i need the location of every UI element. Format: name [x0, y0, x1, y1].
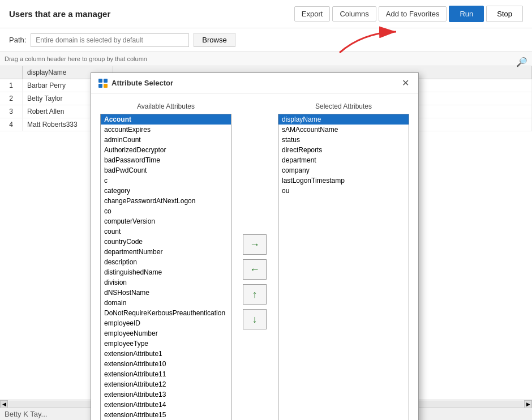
list-item[interactable]: extensionAttribute14 [101, 400, 231, 410]
list-item[interactable]: sAMAccountName [278, 125, 409, 135]
list-item[interactable]: extensionAttribute15 [101, 410, 231, 420]
list-item[interactable]: category [101, 186, 231, 196]
available-attributes-list[interactable]: Account accountExpires adminCount Author… [100, 114, 231, 420]
available-attributes-column: Available Attributes Account accountExpi… [100, 102, 231, 420]
browse-button[interactable]: Browse [194, 33, 235, 47]
list-item[interactable]: countryCode [101, 237, 231, 247]
title-actions: Export Columns Add to Favorites Run Stop [294, 6, 523, 22]
list-item[interactable]: extensionAttribute12 [101, 379, 231, 389]
list-item[interactable]: co [101, 206, 231, 216]
title-bar: Users that are a manager Export Columns … [0, 0, 532, 28]
list-item[interactable]: employeeNumber [101, 328, 231, 338]
export-button[interactable]: Export [294, 6, 331, 22]
list-item[interactable]: division [101, 277, 231, 288]
columns-button[interactable]: Columns [332, 6, 376, 22]
svg-rect-1 [98, 79, 102, 83]
move-left-button[interactable]: ← [243, 259, 267, 280]
list-item[interactable]: count [101, 226, 231, 237]
list-item[interactable]: lastLogonTimestamp [278, 175, 409, 186]
list-item[interactable]: badPasswordTime [101, 155, 231, 165]
list-item[interactable]: distinguishedName [101, 267, 231, 277]
list-item[interactable]: extensionAttribute13 [101, 389, 231, 400]
stop-button[interactable]: Stop [486, 6, 523, 22]
list-item[interactable]: description [101, 257, 231, 267]
list-item[interactable]: accountExpires [101, 125, 231, 135]
available-attributes-label: Available Attributes [100, 102, 231, 110]
selected-attributes-list[interactable]: displayName sAMAccountName status direct… [278, 114, 409, 420]
list-item[interactable]: department [278, 155, 409, 165]
row-num: 4 [0, 118, 23, 131]
path-bar: Path: Browse [0, 28, 532, 52]
modal-body: Available Attributes Account accountExpi… [91, 93, 418, 420]
list-item[interactable]: departmentNumber [101, 247, 231, 257]
list-item[interactable]: DoNotRequireKerbousPreauthentication [101, 308, 231, 318]
attribute-selector-modal: Attribute Selector ✕ Available Attribute… [91, 72, 419, 420]
drag-hint: Drag a column header here to group by th… [0, 52, 532, 66]
path-label: Path: [9, 36, 26, 44]
svg-rect-2 [104, 79, 108, 83]
move-right-button[interactable]: → [243, 234, 267, 255]
search-icon[interactable]: 🔎 [516, 57, 527, 67]
row-num: 3 [0, 105, 23, 118]
col-header-num [0, 66, 23, 79]
scroll-right-button[interactable]: ▶ [524, 400, 532, 408]
svg-rect-4 [104, 84, 108, 88]
row-num: 1 [0, 79, 23, 92]
path-input[interactable] [31, 33, 189, 47]
list-item[interactable]: adminCount [101, 135, 231, 145]
status-text: Betty K Tay... [5, 410, 47, 418]
list-item[interactable]: c [101, 175, 231, 186]
move-up-button[interactable]: ↑ [243, 284, 267, 305]
page-title: Users that are a manager [9, 9, 110, 19]
list-item[interactable]: extensionAttribute1 [101, 349, 231, 359]
move-down-button[interactable]: ↓ [243, 309, 267, 329]
list-item[interactable]: domain [101, 298, 231, 308]
add-to-favorites-button[interactable]: Add to Favorites [379, 6, 447, 22]
modal-title-icon-group: Attribute Selector [98, 78, 173, 88]
list-item[interactable]: computerVersion [101, 216, 231, 226]
attribute-selector-icon [98, 78, 108, 88]
modal-title-bar: Attribute Selector ✕ [91, 73, 418, 93]
list-item[interactable]: company [278, 165, 409, 175]
row-num: 2 [0, 92, 23, 105]
list-item[interactable]: changePasswordAtNextLogon [101, 196, 231, 206]
selected-attributes-label: Selected Attributes [278, 102, 409, 110]
list-item[interactable]: badPwdCount [101, 165, 231, 175]
list-item[interactable]: displayName [278, 114, 409, 125]
list-item[interactable]: ou [278, 186, 409, 196]
run-button[interactable]: Run [449, 6, 484, 22]
selected-attributes-column: Selected Attributes displayName sAMAccou… [278, 102, 409, 420]
svg-rect-3 [98, 84, 102, 88]
list-item[interactable]: Account [101, 114, 231, 125]
list-item[interactable]: AuthorizedDecryptor [101, 145, 231, 155]
transfer-arrows: → ← ↑ ↓ [241, 102, 269, 420]
list-item[interactable]: extensionAttribute10 [101, 359, 231, 369]
list-item[interactable]: directReports [278, 145, 409, 155]
list-item[interactable]: extensionAttribute11 [101, 369, 231, 379]
modal-title-text: Attribute Selector [111, 79, 173, 87]
list-item[interactable]: employeeID [101, 318, 231, 328]
list-item[interactable]: employeeType [101, 338, 231, 349]
scroll-left-button[interactable]: ◀ [0, 400, 8, 408]
modal-close-button[interactable]: ✕ [400, 78, 411, 88]
list-item[interactable]: status [278, 135, 409, 145]
list-item[interactable]: dNSHostName [101, 288, 231, 298]
